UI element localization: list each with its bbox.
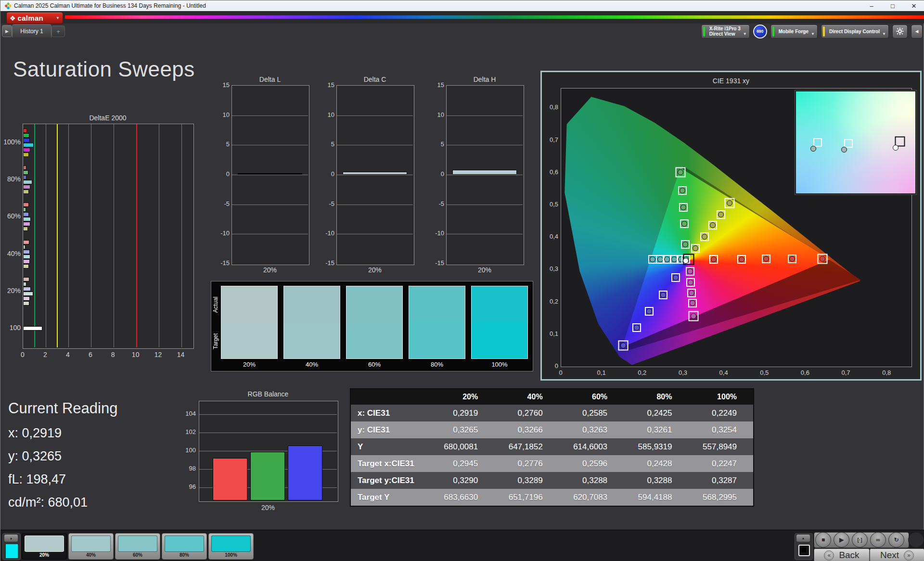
delta-x-label: 20% (231, 266, 308, 274)
measurement-table: 20%40%60%80%100%x: CIE310,29190,27600,25… (350, 388, 754, 507)
table-cell: 683,6630 (430, 489, 494, 506)
delta-y-tick: 0 (429, 170, 444, 178)
maximize-button[interactable]: □ (882, 0, 903, 11)
delta-chart-title-delta-c: Delta C (336, 76, 413, 83)
minimize-button[interactable]: – (861, 0, 882, 11)
page-title: Saturation Sweeps (13, 57, 195, 81)
table-cell: 0,3288 (624, 472, 688, 489)
back-label: Back (839, 550, 859, 561)
cie-zoom-inset (795, 90, 916, 194)
table-row-label: y: CIE31 (350, 421, 430, 438)
cie-measured-circle (711, 256, 717, 262)
pattern-tile-40%[interactable]: 40% (68, 533, 114, 560)
chevron-down-icon: ▼ (56, 16, 60, 20)
table-row-label: Target y:CIE31 (350, 472, 430, 489)
swatch-target (221, 322, 277, 358)
deltae-x-tick: 0 (18, 351, 27, 358)
cie-y-tick: 0,1 (545, 330, 558, 337)
pattern-tile-label: 60% (116, 552, 160, 558)
loop-button[interactable]: ∞ (870, 532, 886, 548)
cie-measured-circle (680, 188, 685, 193)
swatch-actual (284, 286, 340, 322)
table-cell: 0,3287 (688, 472, 754, 489)
device-accent (703, 26, 705, 37)
delta-y-tick: -15 (429, 259, 444, 267)
table-cell: 647,1852 (494, 438, 559, 455)
table-cell: 0,3263 (559, 421, 624, 438)
deltae-bar (23, 264, 29, 268)
pattern-tile-80%[interactable]: 80% (162, 533, 207, 560)
delta-y-tick: -5 (214, 200, 230, 207)
swatch-label: 20% (221, 361, 278, 368)
deltae-bar (23, 222, 30, 226)
table-cell: 680,0081 (430, 438, 494, 455)
pattern-tile-swatch (71, 536, 111, 552)
cie-y-tick: 0,2 (545, 298, 558, 305)
cie-title: CIE 1931 xy (542, 77, 920, 85)
back-button[interactable]: «Back (814, 548, 870, 561)
table-row-label: Y (350, 438, 430, 455)
deltae-gridline (46, 124, 46, 347)
meter-badge[interactable]: 690 (753, 25, 767, 38)
deltae-bar (23, 138, 30, 142)
deltae-group-label: 100% (0, 138, 21, 146)
rgb-y-tick: 102 (180, 428, 196, 435)
stop-button[interactable]: ■ (815, 532, 831, 548)
current-pattern-swatch (5, 544, 18, 559)
device-button-1[interactable]: Mobile Forge▼ (770, 25, 818, 38)
device-button-0[interactable]: X-Rite i1Pro 3 Direct View▼ (701, 25, 750, 38)
pattern-tile-20%[interactable]: 20% (22, 533, 67, 560)
tab-scroll-button[interactable]: ▶ (2, 25, 12, 37)
pattern-window-icon (798, 545, 810, 556)
delta-gridline (337, 204, 413, 205)
add-tab-button[interactable]: + (51, 26, 65, 37)
deltae-ref-line-10 (136, 124, 137, 347)
delta-x-label: 20% (446, 266, 523, 274)
inactive-button (908, 532, 924, 548)
delta-gridline (232, 145, 308, 145)
cie-measured-circle (646, 308, 652, 314)
collapse-up-button[interactable]: ▲ (796, 535, 810, 542)
delta-y-tick: 10 (214, 111, 230, 118)
swatch-cell-80% (409, 286, 465, 359)
chevron-down-icon: ▼ (882, 32, 886, 36)
current-reading-line-0: x: 0,2919 (8, 426, 62, 441)
pattern-tile-100%[interactable]: 100% (208, 533, 254, 560)
device-button-2[interactable]: Direct Display Control▼ (821, 25, 889, 38)
delta-y-tick: 0 (214, 170, 230, 178)
settings-gear-button[interactable] (892, 25, 908, 38)
swatch-target (409, 322, 465, 358)
play-button[interactable]: ▶ (834, 532, 849, 548)
deltae-bar (23, 180, 32, 184)
cie-measured-circle (681, 221, 687, 227)
delta-gridline (337, 175, 413, 175)
deltae-x-tick: 8 (108, 351, 118, 358)
pattern-source-tile: ▲ (2, 533, 21, 560)
deltae-bar (23, 292, 33, 296)
calman-menu-button[interactable]: ❖ calman ▼ (6, 12, 63, 24)
pattern-tile-60%[interactable]: 60% (115, 533, 160, 560)
cie-measured-circle (689, 290, 694, 296)
close-button[interactable]: ✕ (903, 0, 924, 11)
cie-measured-circle (690, 300, 695, 306)
deltae-group-label: 60% (0, 212, 21, 220)
tab-history-1[interactable]: History 1 (12, 24, 51, 38)
delta-gridline (447, 204, 523, 205)
next-button[interactable]: Next» (870, 548, 924, 561)
delta-y-tick: 10 (429, 111, 444, 118)
swatch-actual (346, 286, 402, 322)
rgb-bar-green (250, 452, 285, 500)
deltae-gridline (91, 124, 91, 347)
deltae-bar (23, 166, 26, 170)
cie-x-tick: 0,5 (757, 369, 771, 376)
collapse-panel-button[interactable]: ◀ (911, 25, 923, 38)
refresh-button[interactable]: ↻ (888, 532, 904, 548)
collapse-up-button[interactable]: ▲ (4, 535, 18, 542)
inset-measured-circle (841, 147, 847, 153)
frame-button[interactable]: [·] (852, 532, 868, 548)
cie-measured-circle (820, 256, 825, 262)
cie-measured-circle (660, 292, 666, 298)
cie-x-tick: 0,4 (717, 369, 731, 376)
deltae-group-label: 100 (0, 324, 21, 332)
delta-y-tick: 10 (319, 111, 334, 118)
